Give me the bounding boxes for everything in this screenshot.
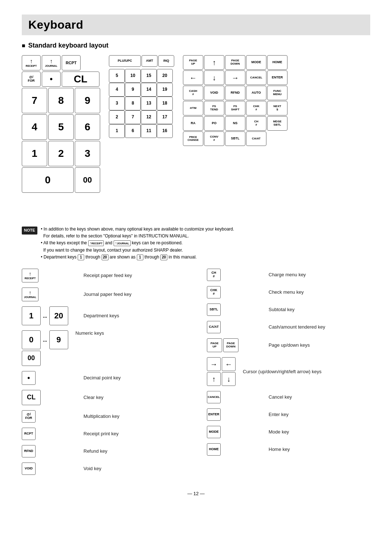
next-key[interactable]: NEXT$ (267, 101, 287, 115)
legend-dept-label: Department keys (83, 313, 119, 318)
rfnd-key[interactable]: RFND (225, 86, 245, 100)
ns-key[interactable]: NS (225, 116, 245, 131)
rcpt-key[interactable]: RCPT (62, 55, 81, 70)
up-arrow-key[interactable]: ↑ (204, 55, 224, 70)
chk-key[interactable]: CHK# (246, 101, 266, 115)
dept-key-15[interactable]: 15 (141, 69, 157, 83)
dept-key-17[interactable]: 17 (157, 110, 173, 124)
key-6[interactable]: 6 (75, 114, 100, 140)
key-8[interactable]: 8 (48, 88, 74, 113)
void-key[interactable]: VOID (204, 86, 224, 100)
dept-key-4[interactable]: 4 (109, 83, 125, 97)
mode-key[interactable]: MODE (246, 55, 266, 70)
dept-key-12[interactable]: 12 (141, 110, 157, 124)
ch-key[interactable]: CH# (246, 116, 266, 131)
legend-enter-key: ENTER (207, 408, 221, 421)
dept-key-5[interactable]: 5 (109, 69, 125, 83)
legend-sbtl-key: SBTL (207, 304, 221, 316)
key-3[interactable]: 3 (75, 141, 100, 166)
fs-tend-key[interactable]: FSTEND (204, 101, 224, 115)
sbtl-key[interactable]: SBTL (225, 131, 245, 146)
key-00[interactable]: 00 (75, 167, 100, 193)
key-4[interactable]: 4 (22, 114, 47, 140)
cash-key[interactable]: CASH# (183, 86, 203, 100)
legend-rfnd-key: RFND (22, 445, 36, 457)
for-key[interactable]: @/FOR (22, 72, 41, 87)
legend-enter: ENTER Enter key (207, 408, 370, 421)
legend-receipt-feed: ↑RECEIPT Receipt paper feed key (22, 269, 185, 282)
auto-key[interactable]: AUTO (246, 86, 266, 100)
legend-mode: MODE Mode key (207, 426, 370, 438)
dept-key-3[interactable]: 3 (109, 97, 125, 110)
dept-key-13[interactable]: 13 (141, 97, 157, 110)
inq-key[interactable]: INQ (158, 55, 174, 67)
legend-page-up-key: PAGEUP (207, 338, 222, 352)
legend-enter-label: Enter key (269, 412, 289, 417)
legend-numeric: 0 ... 9 00 Numeric keys (22, 330, 185, 366)
decimal-key[interactable]: • (42, 72, 61, 87)
amt-key[interactable]: AMT (142, 55, 158, 67)
key-1[interactable]: 1 (22, 141, 47, 166)
legend-cl-key: CL (22, 390, 41, 405)
dept-key-10[interactable]: 10 (125, 69, 141, 83)
cl-key[interactable]: CL (62, 72, 99, 87)
legend-rfnd-label: Refund key (83, 448, 107, 454)
left-keyboard-panel: ↑ RECEIPT ↑ JOURNAL RCPT @/FOR • CL 7 8 … (22, 55, 100, 219)
caat-key[interactable]: CA/AT (246, 131, 266, 146)
enter-key[interactable]: ENTER (267, 70, 287, 85)
legend-rfnd: RFND Refund key (22, 445, 185, 457)
legend-ch-key: CH# (207, 269, 221, 281)
legend-void: VOID Void key (22, 463, 185, 475)
dept-key-2[interactable]: 2 (109, 110, 125, 124)
conv-key[interactable]: CONV# (204, 131, 224, 146)
dept-key-9[interactable]: 9 (125, 83, 141, 97)
key-5[interactable]: 5 (48, 114, 74, 140)
dept-key-19[interactable]: 19 (157, 83, 173, 97)
cancel-key[interactable]: CANCEL (246, 70, 266, 85)
po-key[interactable]: PO (204, 116, 224, 131)
ra-key[interactable]: RA (183, 116, 203, 131)
legend-home-key: HOME (207, 443, 221, 456)
down-arrow-key[interactable]: ↓ (204, 70, 224, 85)
legend-for-key: @/FOR (22, 410, 36, 423)
htm-key[interactable]: #/TM (183, 101, 203, 115)
dept-key-18[interactable]: 18 (157, 97, 173, 110)
left-arrow-key[interactable]: ← (183, 70, 203, 85)
dept-key-16[interactable]: 16 (157, 124, 173, 138)
dept-key-6[interactable]: 6 (125, 124, 141, 138)
legend-right: CH# Charge menu key CHK# Check menu key … (207, 269, 370, 480)
dept-key-8[interactable]: 8 (125, 97, 141, 110)
dept-key-11[interactable]: 11 (141, 124, 157, 138)
numeric-grid: 7 8 9 4 5 6 1 2 3 0 00 (22, 88, 100, 219)
note-label: NOTE (22, 227, 37, 235)
legend-home-label: Home key (269, 447, 290, 452)
home-key[interactable]: HOME (267, 55, 287, 70)
key-2[interactable]: 2 (48, 141, 74, 166)
dept-key-20[interactable]: 20 (157, 69, 173, 83)
page-number: — 12 — (22, 491, 370, 496)
plu-upc-key[interactable]: PLU/UPC (109, 55, 141, 67)
dept-key-1[interactable]: 1 (109, 124, 125, 138)
legend-arrows: → ← ↑ ↓ Cursor (up/down/right/left arrow… (207, 357, 370, 386)
dept-key-7[interactable]: 7 (125, 110, 141, 124)
page-up-key[interactable]: PAGEUP (183, 55, 203, 70)
right-arrow-key[interactable]: → (225, 70, 245, 85)
journal-feed-key[interactable]: ↑ JOURNAL (42, 55, 61, 70)
func-menu-key[interactable]: FUNCMENU (267, 86, 287, 100)
receipt-feed-key[interactable]: ↑ RECEIPT (22, 55, 41, 70)
price-change-key[interactable]: PRICECHANGE (183, 131, 203, 146)
dept-panel: PLU/UPC AMT INQ 5 10 15 20 4 9 14 19 3 8… (109, 55, 174, 137)
dept-key-14[interactable]: 14 (141, 83, 157, 97)
key-9[interactable]: 9 (75, 88, 100, 113)
key-0[interactable]: 0 (22, 167, 74, 193)
legend-dept-key-20: 20 (49, 306, 68, 325)
legend-up-arrow-key: ↑ (207, 372, 221, 386)
legend-dept-key-1: 1 (22, 306, 41, 325)
legend-chk-label: Check menu key (269, 289, 304, 295)
legend-mult-label: Multiplication key (83, 414, 119, 419)
mdse-sbtl-key[interactable]: MDSESBTL (267, 116, 287, 131)
page-down-key[interactable]: PAGEDOWN (225, 55, 245, 70)
fs-shift-key[interactable]: FSSHIFT (225, 101, 245, 115)
key-7[interactable]: 7 (22, 88, 47, 113)
dept-grid: 5 10 15 20 4 9 14 19 3 8 13 18 2 7 12 17… (109, 69, 174, 137)
